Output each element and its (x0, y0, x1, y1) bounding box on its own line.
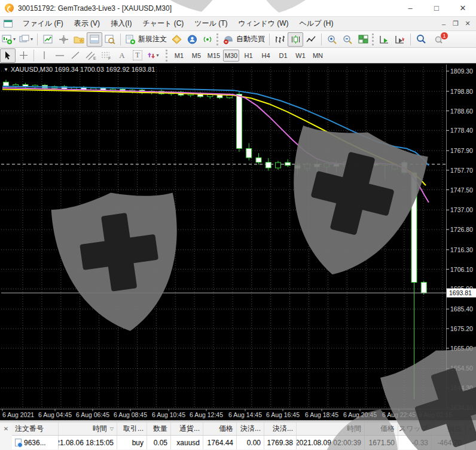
strategy-tester-button[interactable] (102, 32, 118, 47)
timeframe-M1[interactable]: M1 (171, 50, 187, 62)
zoom-in-icon (327, 35, 337, 44)
new-chart-button[interactable]: ▾ (0, 32, 17, 47)
minimize-button[interactable]: – (397, 0, 423, 16)
new-order-button[interactable]: 新規注文 (123, 32, 169, 47)
app-icon (5, 4, 14, 13)
trade-cell: xauusd (171, 436, 203, 449)
channel-tool-button[interactable]: E (83, 48, 99, 63)
vertical-line-icon (41, 51, 48, 60)
search-button[interactable] (413, 32, 429, 47)
chart-area[interactable]: 1809.301798.801788.601778.401767.901757.… (0, 63, 476, 422)
community-button[interactable] (184, 32, 200, 47)
market-watch-icon (43, 35, 53, 44)
column-header[interactable]: 取引... (117, 423, 147, 435)
cursor-icon (4, 51, 12, 60)
column-header[interactable]: 通貨... (171, 423, 203, 435)
arrows-tool-button[interactable]: ▾ (145, 48, 161, 63)
auto-scroll-button[interactable] (377, 32, 392, 47)
price-chart[interactable]: 1809.301798.801788.601778.401767.901757.… (0, 63, 476, 422)
data-window-button[interactable] (56, 32, 71, 47)
cursor-tool-button[interactable] (0, 48, 16, 63)
timeframe-M5[interactable]: M5 (188, 50, 205, 62)
column-header[interactable]: 決済... (237, 423, 264, 435)
auto-trading-icon (223, 35, 234, 44)
trade-cell: 9636... (12, 436, 59, 449)
trade-table: 注文番号時間▽取引...数量通貨...価格決済...決済...時間価格スワップ損… (12, 423, 465, 449)
notifications-button[interactable]: 1 (431, 32, 447, 47)
terminal-scrollbar[interactable]: ▲ (465, 423, 476, 450)
trade-row[interactable]: 9636...2021.08.06 18:15:05buy0.05xauusd1… (12, 436, 465, 449)
zoom-out-button[interactable] (340, 32, 355, 47)
market-watch-button[interactable] (40, 32, 56, 47)
candle (246, 149, 252, 158)
line-chart-mode-button[interactable] (303, 32, 319, 47)
timeframe-W1[interactable]: W1 (292, 50, 309, 62)
window-title: 300151792: GemTrade3-Live3 - [XAUUSD,M30… (18, 4, 172, 13)
trendline-icon (71, 51, 80, 60)
metaeditor-button[interactable] (169, 32, 184, 47)
menu-item[interactable]: ウィンドウ (W) (233, 17, 294, 30)
column-header[interactable]: 時間 (297, 423, 365, 435)
timeframe-MN[interactable]: MN (310, 50, 326, 62)
chart-collapse-icon[interactable]: ▼ (4, 67, 8, 72)
column-header[interactable]: 損益 (432, 423, 465, 435)
trade-cell: 1764.44 (203, 436, 237, 449)
timeframe-H1[interactable]: H1 (240, 50, 257, 62)
menu-item[interactable]: ファイル (F) (17, 17, 69, 30)
maximize-button[interactable]: □ (423, 0, 450, 16)
candle (304, 164, 310, 169)
close-button[interactable]: ✕ (450, 0, 476, 16)
mdi-restore-button[interactable]: ❐ (450, 19, 462, 29)
column-header[interactable]: 価格 (203, 423, 237, 435)
timeframe-H4[interactable]: H4 (258, 50, 274, 62)
crosshair-tool-button[interactable] (16, 48, 31, 63)
menu-item[interactable]: チャート (C) (137, 17, 189, 30)
time-axis-label: 9 Aug 02:15 (419, 411, 452, 418)
tile-windows-button[interactable] (355, 32, 371, 47)
vertical-line-tool-button[interactable] (36, 48, 52, 63)
text-tool-button[interactable]: A (114, 48, 130, 63)
horizontal-line-tool-button[interactable] (52, 48, 68, 63)
terminal-toggle-button[interactable] (87, 32, 102, 47)
column-header[interactable]: 数量 (147, 423, 171, 435)
profiles-button[interactable]: ▾ (17, 32, 35, 47)
terminal-close-button[interactable]: ✕ (2, 424, 10, 433)
navigator-button[interactable] (71, 32, 87, 47)
timeframe-M15[interactable]: M15 (206, 50, 222, 62)
price-axis-label: 1644.30 (450, 384, 473, 391)
svg-text:E: E (93, 56, 96, 60)
column-header[interactable]: 価格 (365, 423, 398, 435)
standard-toolbar: ▾ ▾ (0, 31, 476, 48)
menu-item[interactable]: ツール (T) (189, 17, 233, 30)
menu-bar: ファイル (F)表示 (V)挿入(I)チャート (C)ツール (T)ウィンドウ … (0, 17, 476, 31)
candle (421, 282, 426, 293)
signals-button[interactable] (200, 32, 215, 47)
auto-trading-button[interactable]: 自動売買 (221, 32, 267, 47)
bar-chart-mode-button[interactable] (272, 32, 288, 47)
mdi-minimize-button[interactable]: – (438, 19, 450, 29)
menu-item[interactable]: ヘルプ (H) (294, 17, 339, 30)
terminal-icon (90, 35, 100, 44)
fibonacci-tool-button[interactable]: F (99, 48, 114, 63)
column-header[interactable]: スワップ (398, 423, 432, 435)
column-header[interactable]: 決済... (264, 423, 297, 435)
mdi-close-button[interactable]: ✕ (462, 19, 474, 29)
menu-item[interactable]: 挿入(I) (105, 17, 137, 30)
time-axis-label: 6 Aug 10:45 (152, 411, 185, 418)
column-header[interactable]: 注文番号 (12, 423, 59, 435)
scroll-up-button[interactable]: ▲ (466, 423, 475, 433)
text-label-tool-button[interactable]: T (130, 48, 145, 63)
candlestick-mode-button[interactable] (288, 32, 303, 47)
equidistant-channel-icon: E (86, 51, 96, 60)
price-axis-label: 1726.80 (450, 226, 473, 233)
timeframe-M30[interactable]: M30 (223, 50, 239, 62)
column-header[interactable]: 時間▽ (59, 423, 117, 435)
menu-item[interactable]: 表示 (V) (69, 17, 105, 30)
ma-fast-magenta (2, 88, 429, 203)
timeframe-D1[interactable]: D1 (275, 50, 291, 62)
zoom-in-button[interactable] (324, 32, 340, 47)
price-axis-label: 1737.00 (450, 206, 473, 213)
chart-shift-button[interactable] (392, 32, 408, 47)
time-axis-label: 6 Aug 20:45 (343, 411, 377, 418)
trendline-tool-button[interactable] (68, 48, 83, 63)
